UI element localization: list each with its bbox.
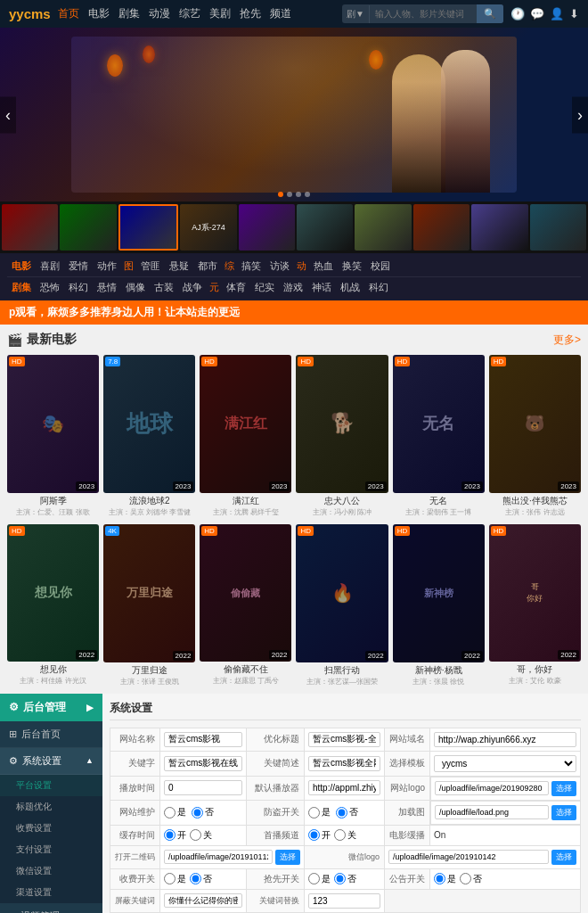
message-icon[interactable]: 💬 bbox=[530, 7, 544, 21]
keyword-switch-input[interactable] bbox=[308, 893, 380, 909]
genre-suspense[interactable]: 悬疑 bbox=[165, 258, 193, 275]
hero-prev-button[interactable]: ‹ bbox=[0, 96, 16, 133]
genre-ancient[interactable]: 古装 bbox=[150, 279, 178, 296]
genre-campus[interactable]: 校园 bbox=[366, 258, 395, 275]
thumb-item[interactable] bbox=[355, 204, 411, 251]
public-yes[interactable] bbox=[434, 873, 445, 884]
submenu-fee[interactable]: 收费设置 bbox=[0, 818, 102, 839]
admin-expand-icon[interactable]: ▶ bbox=[86, 703, 94, 712]
nav-variety[interactable]: 综艺 bbox=[179, 6, 200, 21]
movie-card[interactable]: HD 2023 满江红 满江红 主演：沈腾 易烊千玺 bbox=[200, 355, 291, 517]
channel-off[interactable] bbox=[334, 829, 346, 841]
nav-us[interactable]: 美剧 bbox=[209, 6, 231, 21]
genre-sports[interactable]: 体育 bbox=[222, 279, 250, 296]
play-time-input[interactable] bbox=[164, 780, 242, 795]
submenu-pay[interactable]: 支付设置 bbox=[0, 839, 102, 860]
cache-on[interactable] bbox=[164, 829, 176, 841]
genre-urban[interactable]: 都市 bbox=[193, 258, 222, 275]
thumb-item[interactable] bbox=[471, 204, 527, 251]
movie-card[interactable]: HD 2023 🎭 阿斯季 主演：仁爱、汪颖 张歌 bbox=[7, 355, 99, 517]
channel-on[interactable] bbox=[308, 829, 320, 841]
thumb-item[interactable] bbox=[118, 204, 178, 251]
site-status-yes[interactable] bbox=[164, 807, 176, 818]
submenu-channel[interactable]: 渠道设置 bbox=[0, 882, 102, 903]
genre-war[interactable]: 战争 bbox=[178, 279, 207, 296]
movie-card[interactable]: HD 2023 🐻 熊出没·伴我熊芯 主演：张伟 许志远 bbox=[489, 355, 581, 517]
cache-off[interactable] bbox=[190, 829, 201, 841]
movie-card[interactable]: 7.8 2023 地球 流浪地球2 主演：吴京 刘德华 李雪健 bbox=[103, 355, 195, 517]
thumb-item[interactable] bbox=[60, 204, 116, 251]
genre-doc[interactable]: 纪实 bbox=[250, 279, 279, 296]
genre-hot[interactable]: 热血 bbox=[309, 258, 338, 275]
site-name-input[interactable] bbox=[164, 732, 242, 747]
genre-scifi2[interactable]: 科幻 bbox=[364, 279, 393, 296]
genre-love[interactable]: 悬情 bbox=[93, 279, 121, 296]
movie-card[interactable]: HD 2022 新神榜 新神榜·杨戬 主演：张晨 徐悦 bbox=[393, 524, 485, 687]
thumb-item[interactable]: AJ系-274 bbox=[180, 204, 236, 251]
load-choose-button[interactable]: 选择 bbox=[551, 805, 576, 820]
genre-myth[interactable]: 神话 bbox=[307, 279, 336, 296]
pay-no[interactable] bbox=[190, 873, 201, 884]
genre-movie[interactable]: 电影 bbox=[7, 258, 36, 275]
admin-menu-home[interactable]: ⊞ 后台首页 bbox=[0, 721, 102, 748]
nav-home[interactable]: 首页 bbox=[58, 6, 79, 21]
anti-theft-no[interactable] bbox=[336, 807, 347, 818]
seo-title-input[interactable] bbox=[308, 732, 380, 747]
load-png-input[interactable] bbox=[435, 805, 549, 819]
micro-logo-input[interactable] bbox=[388, 850, 549, 864]
micro-logo-choose-button[interactable]: 选择 bbox=[551, 850, 576, 865]
genre-detective[interactable]: 管匪 bbox=[136, 258, 165, 275]
nav-drama[interactable]: 剧集 bbox=[118, 6, 140, 21]
thumb-item[interactable] bbox=[413, 204, 470, 251]
pay-yes[interactable] bbox=[164, 873, 176, 884]
admin-menu-settings[interactable]: ⚙ 系统设置 ▲ bbox=[0, 748, 102, 775]
screen-pwd-input[interactable] bbox=[164, 893, 242, 908]
search-input[interactable] bbox=[370, 5, 477, 22]
movie-card[interactable]: HD 2023 无名 无名 主演：梁朝伟 王一博 bbox=[393, 355, 485, 517]
template-select[interactable]: yycms bbox=[434, 755, 576, 772]
tiao-yes[interactable] bbox=[308, 873, 320, 884]
nav-movie[interactable]: 电影 bbox=[88, 6, 110, 21]
movie-card[interactable]: HD 2023 🐕 忠犬八公 主演：冯小刚 陈冲 bbox=[296, 355, 388, 517]
genre-talk[interactable]: 访谈 bbox=[265, 258, 294, 275]
user-icon[interactable]: 👤 bbox=[550, 7, 564, 21]
thumb-item[interactable] bbox=[530, 204, 586, 251]
movie-card[interactable]: HD 2022 🔥 扫黑行动 主演：张艺谋—张国荣 bbox=[296, 524, 388, 687]
genre-mecha[interactable]: 机战 bbox=[336, 279, 364, 296]
nav-anime[interactable]: 动漫 bbox=[149, 6, 170, 21]
default-player-input[interactable] bbox=[308, 780, 380, 795]
submenu-seo[interactable]: 标题优化 bbox=[0, 796, 102, 818]
clock-icon[interactable]: 🕐 bbox=[510, 7, 525, 21]
logo-input[interactable] bbox=[435, 781, 549, 795]
genre-comedy[interactable]: 喜剧 bbox=[36, 258, 64, 275]
nav-channel[interactable]: 频道 bbox=[270, 6, 291, 21]
tiao-no[interactable] bbox=[334, 873, 346, 884]
genre-action[interactable]: 动作 bbox=[93, 258, 121, 275]
genre-horror[interactable]: 恐怖 bbox=[36, 279, 64, 296]
thumb-item[interactable] bbox=[239, 204, 295, 251]
genre-romance[interactable]: 爱情 bbox=[64, 258, 93, 275]
logo-choose-button[interactable]: 选择 bbox=[551, 781, 576, 796]
banner-input[interactable] bbox=[164, 850, 273, 864]
search-button[interactable]: 🔍 bbox=[477, 4, 503, 23]
movie-card[interactable]: HD 2022 想见你 想见你 主演：柯佳嬿 许光汉 bbox=[7, 524, 99, 687]
nav-preview[interactable]: 抢先 bbox=[240, 6, 261, 21]
keyword-desc-input[interactable] bbox=[308, 756, 380, 771]
genre-drama[interactable]: 剧集 bbox=[7, 279, 36, 296]
thumb-item[interactable] bbox=[2, 204, 58, 251]
download-icon[interactable]: ⬇ bbox=[569, 7, 579, 21]
genre-scifi[interactable]: 科幻 bbox=[64, 279, 93, 296]
hero-next-button[interactable]: › bbox=[572, 96, 588, 133]
genre-game[interactable]: 游戏 bbox=[279, 279, 307, 296]
site-status-no[interactable] bbox=[192, 807, 203, 818]
thumb-item[interactable] bbox=[297, 204, 353, 251]
movie-card[interactable]: HD 2022 偷偷藏 偷偷藏不住 主演：赵露思 丁禹兮 bbox=[200, 524, 291, 687]
genre-select[interactable]: 搞笑 bbox=[237, 258, 265, 275]
movie-card[interactable]: HD 2022 哥你好 哥，你好 主演：艾伦 欧豪 bbox=[489, 524, 581, 687]
movies-more-link[interactable]: 更多> bbox=[553, 333, 581, 348]
submenu-platform[interactable]: 平台设置 bbox=[0, 775, 102, 796]
admin-menu-video[interactable]: ▶视频管理 ▼ bbox=[0, 903, 102, 914]
public-no[interactable] bbox=[460, 873, 471, 884]
banner-choose-button[interactable]: 选择 bbox=[275, 850, 300, 865]
movie-card[interactable]: 4K 2022 万里归途 万里归途 主演：张译 王俊凯 bbox=[103, 524, 195, 687]
